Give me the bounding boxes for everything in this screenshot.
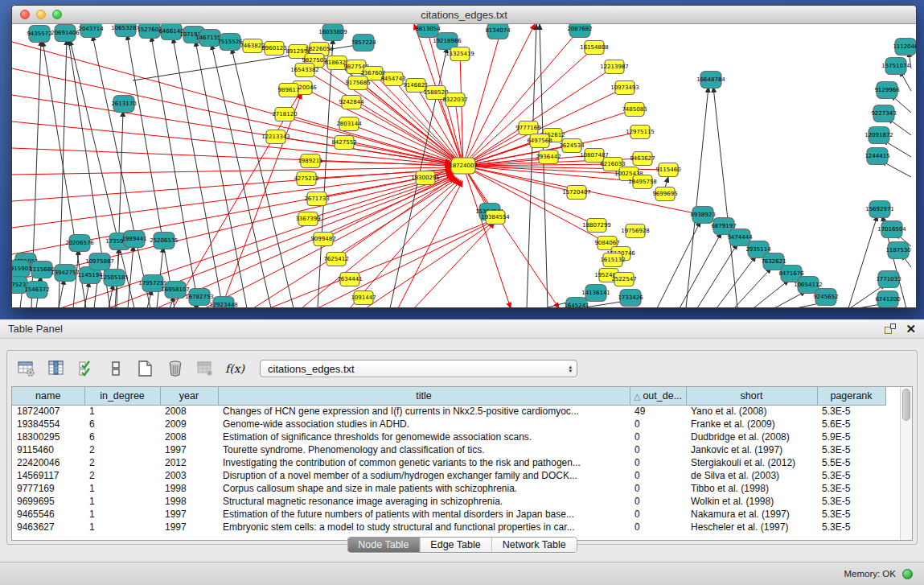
graph-edge[interactable] xyxy=(657,221,700,307)
network-window-titlebar[interactable]: citations_edges.txt xyxy=(12,6,916,24)
delete-column-button[interactable] xyxy=(166,359,185,378)
table-row[interactable]: 946554611997Estimation of the future num… xyxy=(12,508,885,521)
table-row[interactable]: 1938455462009Genome-wide association stu… xyxy=(12,418,885,431)
table-cell[interactable]: Jankovic et al. (1997) xyxy=(686,443,817,456)
column-header-title[interactable]: title xyxy=(218,387,630,405)
graph-edge[interactable] xyxy=(734,268,771,307)
graph-node[interactable]: 9245652 xyxy=(813,289,838,306)
graph-node[interactable]: 25206535 xyxy=(150,233,179,249)
graph-node[interactable]: 8134074 xyxy=(485,24,511,39)
graph-node[interactable]: 9129966 xyxy=(874,82,900,99)
table-cell[interactable]: 9465546 xyxy=(12,508,84,521)
graph-edge[interactable] xyxy=(173,38,223,307)
graph-node[interactable]: 9435572 xyxy=(27,26,51,43)
float-panel-icon[interactable] xyxy=(885,323,896,334)
graph-node[interactable]: 13942757 xyxy=(51,265,80,282)
table-cell[interactable]: Estimation of the future numbers of pati… xyxy=(218,508,630,521)
table-cell[interactable]: Structural magnetic resonance image aver… xyxy=(218,495,630,508)
table-cell[interactable]: 0 xyxy=(630,418,686,431)
graph-node[interactable]: 16033809 xyxy=(318,24,347,41)
table-row[interactable]: 946362711997Embryonic stem cells: a mode… xyxy=(12,521,885,534)
table-cell[interactable]: Nakamura et al. (1997) xyxy=(686,508,817,521)
graph-node[interactable]: 7857224 xyxy=(351,35,376,51)
graph-node[interactable]: 6497568 xyxy=(527,134,552,148)
table-cell[interactable]: 1997 xyxy=(160,443,218,456)
graph-node[interactable]: 1989211 xyxy=(298,154,322,168)
table-cell[interactable]: 5.3E-5 xyxy=(817,521,885,534)
table-cell[interactable]: 14569117 xyxy=(12,469,84,482)
table-cell[interactable]: 2009 xyxy=(160,418,218,431)
table-cell[interactable]: 6 xyxy=(84,431,160,443)
table-cell[interactable]: Stergiakouli et al. (2012) xyxy=(686,456,817,469)
create-column-button[interactable] xyxy=(136,359,155,378)
close-panel-icon[interactable]: ✕ xyxy=(906,323,916,335)
graph-node[interactable]: 10653287 xyxy=(111,24,140,37)
graph-edge[interactable] xyxy=(127,35,175,307)
scrollbar-thumb[interactable] xyxy=(902,389,910,421)
table-row[interactable]: 2242004622012Investigating the contribut… xyxy=(12,456,885,469)
graph-node[interactable]: 1615132 xyxy=(600,253,625,267)
graph-node[interactable]: 7625412 xyxy=(323,253,348,266)
table-cell[interactable]: 1 xyxy=(84,495,160,508)
table-cell[interactable]: Tourette syndrome. Phenomenology and cla… xyxy=(218,443,630,456)
graph-node[interactable]: 1244415 xyxy=(864,148,889,165)
graph-node[interactable]: 7515526 xyxy=(217,34,243,51)
graph-node[interactable]: 9242844 xyxy=(339,96,364,109)
graph-node[interactable]: 8938923 xyxy=(690,207,715,224)
graph-edge[interactable] xyxy=(460,54,463,166)
tab-network-table[interactable]: Network Table xyxy=(491,538,577,552)
graph-node[interactable]: 8960123 xyxy=(261,42,286,56)
column-header-out_de[interactable]: △out_de... xyxy=(630,387,686,405)
graph-edge[interactable] xyxy=(84,282,89,307)
graph-edge[interactable] xyxy=(366,222,494,307)
graph-node[interactable]: 12213343 xyxy=(261,130,290,144)
table-cell[interactable]: 1998 xyxy=(160,482,218,495)
table-cell[interactable]: 5.6E-5 xyxy=(817,418,885,431)
table-cell[interactable]: 2008 xyxy=(160,405,218,418)
graph-node[interactable]: 2803144 xyxy=(336,117,362,131)
graph-node[interactable]: 1112046 xyxy=(893,39,916,56)
graph-node[interactable]: 9175685 xyxy=(345,76,370,90)
table-cell[interactable]: 9463627 xyxy=(12,521,84,534)
table-row[interactable]: 969969511998Structural magnetic resonanc… xyxy=(12,495,885,508)
table-scroll-region[interactable]: namein_degreeyeartitle△out_de...shortpag… xyxy=(12,387,900,540)
table-cell[interactable]: 2 xyxy=(84,456,160,469)
table-cell[interactable]: 1997 xyxy=(160,521,218,534)
table-cell[interactable]: 6 xyxy=(84,418,160,431)
graph-node[interactable]: 12213987 xyxy=(600,60,629,74)
graph-edge[interactable] xyxy=(12,171,452,228)
table-cell[interactable]: 5.3E-5 xyxy=(817,469,885,482)
graph-node[interactable]: 1187530 xyxy=(885,242,910,259)
graph-node[interactable]: 1771033 xyxy=(876,271,901,288)
graph-edge[interactable] xyxy=(848,216,877,307)
column-header-pagerank[interactable]: pagerank xyxy=(817,387,885,405)
table-cell[interactable]: 0 xyxy=(630,482,686,495)
table-cell[interactable]: Changes of HCN gene expression and I(f) … xyxy=(218,405,630,418)
table-mode-button[interactable] xyxy=(17,359,36,378)
graph-node[interactable]: 1091447 xyxy=(351,291,376,305)
table-cell[interactable]: Estimation of significance thresholds fo… xyxy=(218,431,630,443)
column-header-short[interactable]: short xyxy=(686,387,817,405)
graph-node[interactable]: 18724007 xyxy=(449,158,478,174)
table-cell[interactable]: 2 xyxy=(84,469,160,482)
table-cell[interactable]: Corpus callosum shape and size in male p… xyxy=(218,482,630,495)
table-cell[interactable]: 18300295 xyxy=(12,431,84,443)
column-header-name[interactable]: name xyxy=(12,387,84,405)
delete-table-button-disabled[interactable] xyxy=(195,359,215,378)
table-cell[interactable]: Disruption of a novel member of a sodium… xyxy=(218,469,630,482)
table-cell[interactable]: 1 xyxy=(84,405,160,418)
network-canvas[interactable]: 9435572206914062043714106532871527602646… xyxy=(12,24,916,307)
graph-node[interactable]: 20206576 xyxy=(65,235,94,252)
graph-node[interactable]: 8322037 xyxy=(442,93,467,107)
table-cell[interactable]: Investigating the contribution of common… xyxy=(218,456,630,469)
table-cell[interactable]: 5.5E-5 xyxy=(817,456,885,469)
table-cell[interactable]: 22420046 xyxy=(12,456,84,469)
table-cell[interactable]: 1998 xyxy=(160,495,218,508)
table-cell[interactable]: 2008 xyxy=(160,431,218,443)
graph-node[interactable]: 2043714 xyxy=(78,24,104,38)
graph-node[interactable]: 16154808 xyxy=(580,41,609,55)
graph-node[interactable]: 2522547 xyxy=(611,273,636,286)
table-cell[interactable]: Genome-wide association studies in ADHD. xyxy=(218,418,630,431)
graph-edge[interactable] xyxy=(463,24,503,166)
table-cell[interactable]: Tibbo et al. (1998) xyxy=(686,482,817,495)
